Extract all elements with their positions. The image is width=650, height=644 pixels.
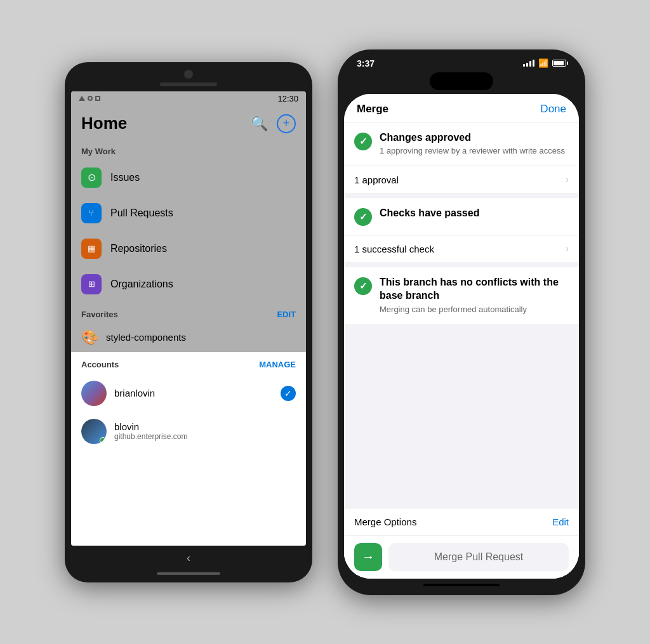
merge-arrow-button[interactable]: → (354, 543, 382, 571)
ios-nav-title: Merge (357, 103, 388, 115)
sidebar-item-repositories[interactable]: ▦ Repositories (71, 231, 306, 266)
back-icon: ‹ (187, 551, 190, 565)
my-work-section-label: My Work (71, 139, 306, 160)
ios-status-bar: 3:37 📶 (344, 58, 579, 69)
dynamic-island (430, 72, 493, 90)
changes-approved-subtitle: 1 approving review by a reviewer with wr… (380, 145, 569, 157)
account-item-brianlovin[interactable]: brianlovin ✓ (71, 374, 306, 412)
no-conflicts-card: ✓ This branch has no conflicts with the … (344, 267, 579, 324)
ios-body: ✓ Changes approved 1 approving review by… (344, 122, 579, 579)
issues-label: Issues (110, 172, 140, 183)
android-search-button[interactable]: 🔍 (249, 114, 269, 134)
no-conflicts-check-icon: ✓ (354, 277, 372, 295)
checks-passed-row: ✓ Checks have passed (344, 198, 579, 235)
separator-1 (344, 193, 579, 198)
account-item-blovin[interactable]: blovin github.enterprise.com (71, 412, 306, 450)
merge-options-edit-button[interactable]: Edit (552, 516, 569, 527)
ios-nav-bar: Merge Done (344, 94, 579, 122)
organizations-icon: ⊞ (81, 274, 102, 294)
styled-components-label: styled-components (106, 332, 186, 343)
merge-pr-label: Merge Pull Request (434, 551, 524, 563)
ios-time: 3:37 (357, 58, 375, 69)
android-add-button[interactable]: + (277, 114, 296, 133)
successful-check-row[interactable]: 1 successful check › (344, 235, 579, 262)
ios-phone: 3:37 📶 Merge Done (338, 49, 585, 595)
android-bottom-bar: ‹ (181, 546, 196, 568)
android-content: Home 🔍 + My Work ⊙ Issues (71, 106, 306, 546)
pull-requests-label: Pull Requests (110, 207, 173, 219)
checks-passed-content: Checks have passed (380, 207, 569, 220)
android-back-button[interactable]: ‹ (181, 551, 196, 566)
approval-row[interactable]: 1 approval › (344, 166, 579, 193)
wifi-icon: 📶 (538, 58, 548, 68)
no-conflicts-subtitle: Merging can be performed automatically (380, 304, 569, 315)
android-home-indicator (157, 572, 220, 575)
merge-pull-request-button[interactable]: Merge Pull Request (388, 543, 569, 571)
android-header-icons: 🔍 + (249, 114, 296, 134)
ios-done-button[interactable]: Done (540, 103, 566, 115)
issues-icon: ⊙ (81, 168, 102, 188)
square-icon (95, 96, 100, 101)
sidebar-item-pull-requests[interactable]: ⑂ Pull Requests (71, 195, 306, 231)
android-phone: 12:30 Home 🔍 + My Work ⊙ (65, 62, 312, 582)
account-domain-blovin: github.enterprise.com (114, 432, 296, 441)
no-conflicts-row: ✓ This branch has no conflicts with the … (344, 267, 579, 324)
arrow-right-icon: → (362, 549, 375, 564)
ios-empty-area (344, 324, 579, 508)
checks-passed-title: Checks have passed (380, 207, 569, 220)
account-selected-icon: ✓ (281, 386, 296, 401)
android-camera (184, 70, 193, 79)
ios-screen: Merge Done ✓ Changes approved 1 approvin… (344, 94, 579, 579)
account-name-blovin: blovin (114, 421, 296, 432)
ios-home-indicator (423, 584, 500, 586)
merge-options-row: Merge Options Edit (344, 509, 579, 536)
checks-passed-check-icon: ✓ (354, 208, 372, 226)
favorites-section-label: Favorites (81, 310, 118, 319)
changes-approved-row: ✓ Changes approved 1 approving review by… (344, 122, 579, 166)
accounts-manage-button[interactable]: MANAGE (259, 360, 296, 369)
favorite-item-styled-components[interactable]: 🎨 styled-components (71, 323, 306, 352)
favorites-edit-button[interactable]: EDIT (277, 310, 296, 319)
repositories-label: Repositories (110, 243, 167, 254)
organizations-label: Organizations (110, 279, 173, 290)
android-home-title: Home (81, 114, 127, 133)
ios-status-icons: 📶 (523, 58, 566, 68)
triangle-icon (79, 96, 85, 101)
changes-approved-title: Changes approved (380, 131, 569, 145)
android-status-bar: 12:30 (71, 91, 306, 106)
approval-label: 1 approval (354, 174, 399, 185)
successful-check-label: 1 successful check (354, 244, 434, 254)
signal-icon (523, 60, 534, 67)
avatar-brianlovin (81, 381, 107, 406)
plus-icon: + (283, 117, 290, 130)
accounts-section-label: Accounts (81, 360, 119, 369)
no-conflicts-title: This branch has no conflicts with the ba… (380, 276, 569, 303)
chevron-right-icon: › (566, 174, 569, 185)
android-speaker (160, 82, 217, 86)
circle-icon (88, 96, 93, 101)
styled-components-emoji-icon: 🎨 (81, 329, 98, 346)
account-info-brianlovin: brianlovin (114, 388, 273, 398)
repositories-icon: ▦ (81, 239, 102, 259)
changes-approved-card: ✓ Changes approved 1 approving review by… (344, 122, 579, 194)
checkmark-icon: ✓ (284, 388, 292, 398)
separator-2 (344, 262, 579, 267)
checks-passed-card: ✓ Checks have passed 1 successful check … (344, 198, 579, 262)
pull-requests-icon: ⑂ (81, 203, 102, 223)
no-conflicts-content: This branch has no conflicts with the ba… (380, 276, 569, 315)
avatar-blovin (81, 419, 107, 444)
account-info-blovin: blovin github.enterprise.com (114, 421, 296, 441)
changes-approved-content: Changes approved 1 approving review by a… (380, 131, 569, 157)
account-name-brianlovin: brianlovin (114, 388, 273, 398)
avatar-online-dot (100, 437, 106, 444)
sidebar-item-issues[interactable]: ⊙ Issues (71, 160, 306, 195)
android-screen: 12:30 Home 🔍 + My Work ⊙ (71, 91, 306, 546)
changes-approved-check-icon: ✓ (354, 133, 372, 150)
ios-bottom-section: Merge Options Edit → Merge Pull Request (344, 509, 579, 579)
search-icon: 🔍 (251, 115, 268, 132)
merge-button-row: → Merge Pull Request (344, 536, 579, 579)
sidebar-item-organizations[interactable]: ⊞ Organizations (71, 266, 306, 302)
android-time: 12:30 (277, 94, 298, 103)
battery-icon (552, 60, 566, 67)
chevron-right-icon-2: › (566, 243, 569, 254)
